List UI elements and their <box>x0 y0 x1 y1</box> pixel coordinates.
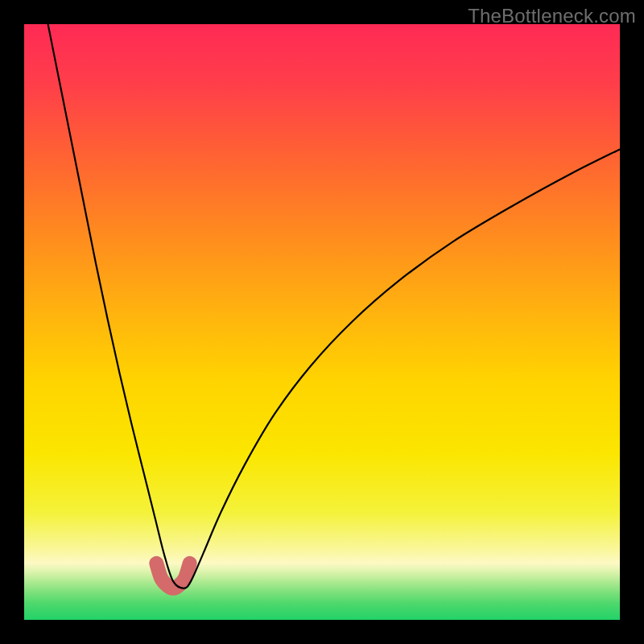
chart-frame: TheBottleneck.com <box>0 0 644 644</box>
bottleneck-curve <box>48 24 620 588</box>
watermark-text: TheBottleneck.com <box>468 5 636 27</box>
plot-area <box>24 24 620 620</box>
highlight-curve <box>156 564 189 588</box>
curve-layer <box>24 24 620 620</box>
